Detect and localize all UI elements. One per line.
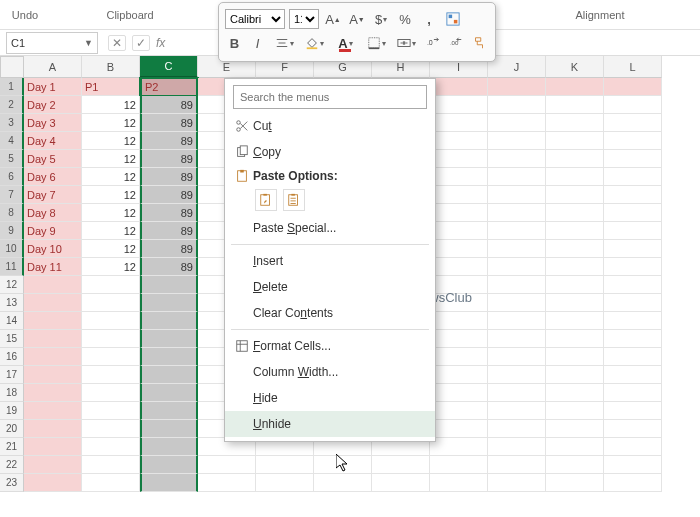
cell[interactable] (488, 258, 546, 276)
increase-decimal-icon[interactable]: .00 (447, 33, 466, 53)
cell[interactable]: Day 8 (24, 204, 82, 222)
format-painter-icon[interactable] (470, 33, 489, 53)
cancel-formula-button[interactable]: ✕ (108, 35, 126, 51)
cell[interactable] (488, 240, 546, 258)
decrease-decimal-icon[interactable]: .0 (424, 33, 443, 53)
cell[interactable] (488, 438, 546, 456)
cell[interactable] (488, 186, 546, 204)
cell[interactable] (82, 438, 140, 456)
cell[interactable] (140, 456, 198, 474)
cell[interactable]: 12 (82, 168, 140, 186)
row-header[interactable]: 23 (0, 474, 24, 492)
cell[interactable] (604, 150, 662, 168)
cell[interactable] (604, 456, 662, 474)
cell[interactable] (24, 312, 82, 330)
merge-center-icon[interactable]: ▾ (393, 33, 420, 53)
cell[interactable] (24, 438, 82, 456)
cell[interactable] (430, 204, 488, 222)
cell[interactable]: Day 4 (24, 132, 82, 150)
cell[interactable] (546, 150, 604, 168)
cell[interactable] (256, 474, 314, 492)
select-all-corner[interactable] (0, 56, 24, 78)
cell[interactable] (488, 474, 546, 492)
cell[interactable] (140, 366, 198, 384)
cell[interactable] (604, 330, 662, 348)
cell[interactable] (604, 168, 662, 186)
cell[interactable] (546, 420, 604, 438)
cell[interactable] (488, 168, 546, 186)
cell[interactable]: 89 (140, 240, 198, 258)
cell[interactable]: Day 2 (24, 96, 82, 114)
cell[interactable] (24, 420, 82, 438)
cell[interactable] (604, 366, 662, 384)
cell[interactable] (82, 348, 140, 366)
cell[interactable]: 12 (82, 186, 140, 204)
fill-color-icon[interactable]: ▾ (302, 33, 329, 53)
cell[interactable] (604, 348, 662, 366)
cell[interactable] (140, 348, 198, 366)
cell[interactable] (140, 474, 198, 492)
cell[interactable] (488, 312, 546, 330)
cell[interactable] (546, 384, 604, 402)
cell[interactable]: 89 (140, 258, 198, 276)
column-header-C[interactable]: C (140, 56, 198, 78)
row-header[interactable]: 22 (0, 456, 24, 474)
cell[interactable]: 12 (82, 150, 140, 168)
row-header[interactable]: 19 (0, 402, 24, 420)
decrease-font-icon[interactable]: A▼ (347, 9, 367, 29)
row-header[interactable]: 18 (0, 384, 24, 402)
cell[interactable]: 89 (140, 96, 198, 114)
cell[interactable] (430, 240, 488, 258)
cell[interactable] (140, 330, 198, 348)
cell[interactable] (82, 420, 140, 438)
cell[interactable] (314, 456, 372, 474)
column-header-K[interactable]: K (546, 56, 604, 78)
cell[interactable] (430, 456, 488, 474)
cell[interactable] (546, 96, 604, 114)
cell[interactable] (488, 96, 546, 114)
cell[interactable] (546, 474, 604, 492)
cell[interactable]: 89 (140, 186, 198, 204)
cell[interactable] (488, 294, 546, 312)
cell[interactable]: P1 (82, 78, 140, 96)
cell[interactable] (546, 204, 604, 222)
cell[interactable] (604, 132, 662, 150)
cell[interactable] (24, 456, 82, 474)
cell[interactable] (82, 294, 140, 312)
cell[interactable] (604, 276, 662, 294)
row-header[interactable]: 13 (0, 294, 24, 312)
cell[interactable] (140, 420, 198, 438)
cell[interactable] (546, 330, 604, 348)
cell[interactable] (488, 78, 546, 96)
cell[interactable] (430, 366, 488, 384)
cell[interactable] (430, 294, 488, 312)
cell[interactable] (488, 276, 546, 294)
name-box[interactable]: C1 ▼ (6, 32, 98, 54)
cell[interactable] (430, 258, 488, 276)
font-name-select[interactable]: Calibri (225, 9, 285, 29)
cell[interactable] (430, 132, 488, 150)
cell[interactable] (372, 474, 430, 492)
cell[interactable] (430, 78, 488, 96)
cell[interactable] (24, 348, 82, 366)
borders-icon[interactable]: ▾ (363, 33, 390, 53)
cell[interactable] (82, 366, 140, 384)
cell[interactable] (82, 312, 140, 330)
cell[interactable] (198, 474, 256, 492)
row-header[interactable]: 11 (0, 258, 24, 276)
cell[interactable] (430, 150, 488, 168)
row-header[interactable]: 8 (0, 204, 24, 222)
row-header[interactable]: 4 (0, 132, 24, 150)
cell[interactable] (488, 456, 546, 474)
cell[interactable] (140, 294, 198, 312)
cell[interactable]: 12 (82, 222, 140, 240)
cell[interactable] (314, 474, 372, 492)
menu-item-hide[interactable]: Hide (225, 385, 435, 411)
cell[interactable] (140, 312, 198, 330)
cell[interactable] (604, 294, 662, 312)
cell[interactable] (546, 222, 604, 240)
cell[interactable] (24, 294, 82, 312)
cell[interactable] (198, 456, 256, 474)
cell[interactable] (24, 384, 82, 402)
row-header[interactable]: 12 (0, 276, 24, 294)
